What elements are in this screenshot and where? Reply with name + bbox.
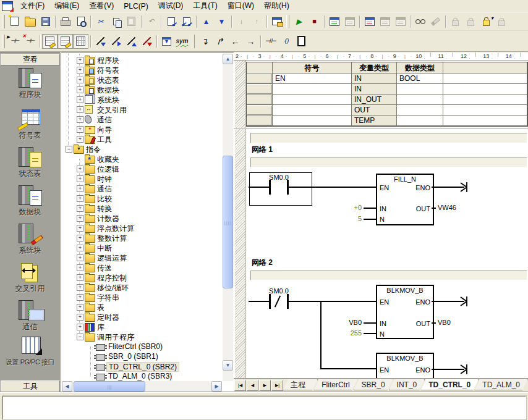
run-button[interactable]: ▶ <box>291 14 307 29</box>
scroll-right-icon[interactable]: ▶ <box>211 381 222 392</box>
copy-button[interactable] <box>108 14 124 29</box>
row-selector[interactable] <box>247 105 273 116</box>
expand-icon[interactable]: + <box>77 77 83 83</box>
row-selector[interactable] <box>247 84 273 94</box>
table-cell[interactable] <box>273 94 352 105</box>
row-selector[interactable] <box>247 94 273 105</box>
tab-SBR_0[interactable]: SBR_0 <box>354 379 393 390</box>
delete-row-button[interactable] <box>124 34 139 49</box>
tree-item[interactable]: +移位/循环 <box>62 282 222 292</box>
table-cell[interactable]: IN_OUT <box>352 94 397 105</box>
row-selector[interactable] <box>247 74 273 84</box>
collapse-icon[interactable]: − <box>66 146 72 153</box>
prev-tab-button[interactable]: ◀ <box>247 380 258 391</box>
network-2-title[interactable]: 网络 2 <box>252 258 273 268</box>
table-cell[interactable] <box>273 105 352 116</box>
tree-item[interactable]: +字符串 <box>62 292 222 302</box>
expand-icon[interactable]: + <box>77 67 83 74</box>
table-cell[interactable] <box>273 116 352 126</box>
open-file-button[interactable] <box>22 14 38 29</box>
contact-bar[interactable] <box>269 294 271 309</box>
fill-n-box[interactable]: FILL_N EN ENO IN OUT N <box>376 174 434 225</box>
tree-item[interactable]: +库 <box>62 322 222 332</box>
tree-horizontal-scrollbar[interactable]: ◀ |||| ▶ <box>62 381 222 392</box>
expand-icon[interactable]: + <box>77 225 83 232</box>
line-up-button[interactable]: ↱ <box>212 34 228 49</box>
tree-item[interactable]: −指令 <box>62 144 222 154</box>
tree-item[interactable]: +通信 <box>62 183 222 193</box>
tree-item[interactable]: 收藏夹 <box>62 154 222 164</box>
tree-item[interactable]: +工具 <box>62 134 222 144</box>
new-file-button[interactable] <box>7 14 22 29</box>
local-variable-table[interactable]: 符号变量类型数据类型ENINBOOLININ_OUTOUTTEMP <box>246 62 528 127</box>
line-left-button[interactable]: ← <box>228 34 243 49</box>
tree-item[interactable]: TD_CTRL_0 (SBR2) <box>62 361 222 371</box>
expand-icon[interactable]: + <box>77 304 83 311</box>
menu-edit[interactable]: 编辑(E) <box>49 0 84 12</box>
delete-column-button[interactable] <box>139 34 155 49</box>
in-operand[interactable]: VB0 <box>345 319 362 326</box>
tree-item[interactable]: TD_ALM_0 (SBR3) <box>62 371 222 380</box>
print-button[interactable] <box>57 14 73 29</box>
tree-vertical-scrollbar[interactable]: ▲ |||| ▼ <box>223 54 233 381</box>
menu-tools[interactable]: 工具(T) <box>188 0 222 12</box>
toggle-pou-comments-button[interactable] <box>42 34 57 49</box>
expand-icon[interactable]: + <box>77 126 83 133</box>
menu-plc[interactable]: PLC(P) <box>119 1 153 12</box>
tree-hscroll-thumb[interactable]: |||| <box>74 381 145 392</box>
collapse-icon[interactable]: − <box>77 334 83 340</box>
scroll-up-icon[interactable]: ▲ <box>223 54 233 64</box>
tree-item[interactable]: +比较 <box>62 193 222 203</box>
expand-icon[interactable]: + <box>77 175 83 182</box>
tab-TD_CTRL_0[interactable]: TD_CTRL_0 <box>420 379 479 390</box>
output-window[interactable] <box>2 396 526 419</box>
tools-bar-button[interactable]: 工具 <box>1 380 60 392</box>
first-tab-button[interactable]: |◀ <box>234 380 246 391</box>
tree-item[interactable]: −调用子程序 <box>62 332 222 342</box>
expand-icon[interactable]: + <box>77 205 83 212</box>
line-down-button[interactable]: ↴ <box>197 34 212 49</box>
blkmov-b-box-2[interactable]: BLKMOV_B EN ENO <box>376 353 434 378</box>
sidebar-item-communications[interactable]: 通信 <box>0 300 60 332</box>
expand-icon[interactable]: + <box>77 294 83 301</box>
print-preview-button[interactable] <box>73 14 88 29</box>
blkmov-b-box-1[interactable]: BLKMOV_B EN ENO IN OUT N <box>376 285 434 339</box>
table-cell[interactable]: IN <box>352 84 397 94</box>
tree-item[interactable]: +逻辑运算 <box>62 253 222 262</box>
menu-help[interactable]: 帮助(H) <box>259 0 294 12</box>
menu-file[interactable]: 文件(F) <box>15 0 49 12</box>
insert-column-button[interactable] <box>108 34 124 49</box>
line-right-button[interactable]: → <box>243 34 258 49</box>
scroll-left-icon[interactable]: ◀ <box>62 381 72 392</box>
expand-icon[interactable]: + <box>77 106 83 113</box>
network-1-comment-bar[interactable] <box>250 158 527 167</box>
tab-主程序[interactable]: 主程序 <box>283 379 318 390</box>
expand-icon[interactable]: + <box>77 314 83 321</box>
tree-item[interactable]: +状态表 <box>62 75 222 85</box>
pou-comment-bar[interactable] <box>250 133 527 143</box>
tree-item[interactable]: +数据块 <box>62 85 222 94</box>
table-cell[interactable] <box>443 74 527 84</box>
last-tab-button[interactable]: ▶| <box>271 380 283 391</box>
options-button[interactable] <box>269 14 284 29</box>
tree-item[interactable]: +系统块 <box>62 94 222 104</box>
table-cell[interactable]: OUT <box>352 105 397 116</box>
toggle-symbol-info-table-button[interactable] <box>73 34 88 49</box>
table-cell[interactable] <box>443 116 527 126</box>
sidebar-item-system-block[interactable]: 系统块 <box>0 223 60 256</box>
table-cell[interactable] <box>443 94 527 105</box>
expand-icon[interactable]: + <box>77 324 83 330</box>
expand-icon[interactable]: + <box>77 86 83 93</box>
tree-item[interactable]: +表 <box>62 302 222 312</box>
symbolic-addressing-button[interactable]: sym <box>174 34 190 49</box>
table-cell[interactable]: BOOL <box>397 74 443 84</box>
tree-item[interactable]: +定时器 <box>62 312 222 322</box>
table-cell[interactable]: IN <box>352 74 397 84</box>
tree-item-label[interactable]: SBR_0 (SBR1) <box>106 352 160 361</box>
tree-item[interactable]: +浮点数计算 <box>62 223 222 233</box>
sidebar-item-program-block[interactable]: 程序块 <box>0 67 60 100</box>
expand-icon[interactable]: + <box>77 185 83 192</box>
expand-icon[interactable]: + <box>77 195 83 202</box>
in-operand[interactable]: +0 <box>345 204 362 211</box>
expand-icon[interactable]: + <box>77 254 83 261</box>
